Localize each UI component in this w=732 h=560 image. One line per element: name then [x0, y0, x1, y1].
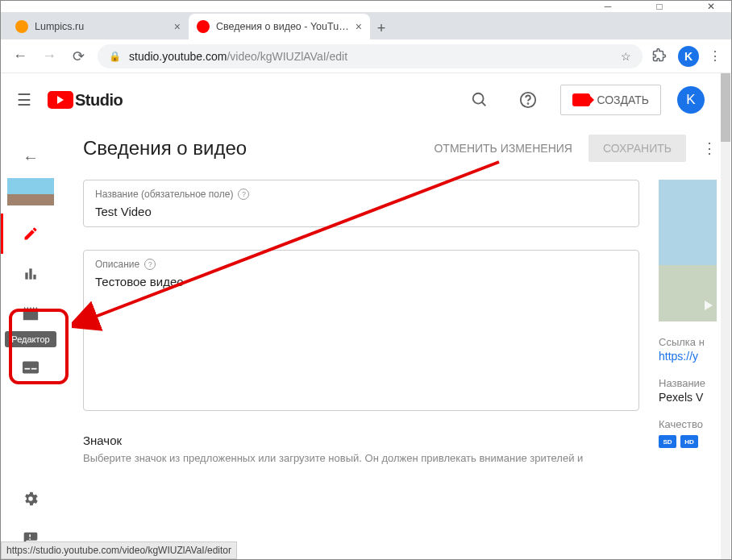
- save-button[interactable]: СОХРАНИТЬ: [589, 135, 686, 162]
- favicon-icon: [197, 20, 210, 33]
- help-icon[interactable]: ?: [144, 259, 156, 270]
- back-button[interactable]: ←: [10, 48, 30, 64]
- svg-point-3: [528, 103, 529, 104]
- svg-rect-6: [33, 275, 35, 280]
- video-preview[interactable]: [659, 180, 717, 321]
- video-thumbnail[interactable]: [7, 178, 54, 205]
- youtube-icon: [48, 91, 73, 109]
- address-bar[interactable]: 🔒 studio.youtube.com/video/kgWIUZlAVaI/e…: [98, 44, 643, 68]
- close-icon[interactable]: ×: [356, 20, 362, 33]
- sidebar: ← Редактор: [1, 127, 60, 559]
- tab-title: Сведения о видео - YouTube St: [216, 21, 349, 32]
- page-title: Сведения о видео: [83, 137, 247, 160]
- svg-point-0: [473, 93, 484, 104]
- more-options-button[interactable]: ⋮: [702, 139, 717, 157]
- title-field-label: Название (обязательное поле) ?: [95, 189, 627, 200]
- cancel-changes-button[interactable]: ОТМЕНИТЬ ИЗМЕНЕНИЯ: [434, 142, 572, 155]
- search-icon[interactable]: [464, 84, 496, 116]
- scrollbar[interactable]: [721, 73, 730, 559]
- new-tab-button[interactable]: +: [370, 17, 393, 39]
- scrollbar-thumb[interactable]: [721, 73, 730, 142]
- favicon-icon: [15, 20, 28, 33]
- svg-line-1: [482, 102, 486, 106]
- title-field[interactable]: Название (обязательное поле) ? Test Vide…: [83, 180, 639, 227]
- svg-rect-8: [25, 368, 31, 370]
- title-row: Сведения о видео ОТМЕНИТЬ ИЗМЕНЕНИЯ СОХР…: [83, 135, 717, 162]
- menu-icon[interactable]: ☰: [17, 90, 31, 110]
- browser-tab-2[interactable]: Сведения о видео - YouTube St ×: [189, 14, 370, 39]
- extensions-icon[interactable]: [652, 48, 668, 65]
- studio-header: ☰ Studio СОЗДАТЬ K: [1, 73, 721, 127]
- sidebar-item-comments[interactable]: [1, 347, 60, 388]
- menu-button[interactable]: ⋮: [709, 48, 722, 64]
- studio-logo[interactable]: Studio: [48, 91, 123, 110]
- filename-label: Название: [659, 377, 717, 389]
- sidebar-item-editor[interactable]: [1, 294, 60, 334]
- lock-icon: 🔒: [109, 51, 121, 62]
- sidebar-item-settings[interactable]: [1, 479, 60, 519]
- tab-title: Lumpics.ru: [35, 21, 168, 32]
- form-left: Название (обязательное поле) ? Test Vide…: [83, 180, 639, 464]
- quality-label: Качество: [659, 418, 717, 430]
- filename-value: Pexels V: [659, 391, 717, 404]
- body: ← Редактор Сведения о видео ОТМЕНИТЬ ИЗМ…: [1, 127, 731, 559]
- quality-badge: SD: [659, 435, 676, 448]
- status-bar: https://studio.youtube.com/video/kgWIUZl…: [1, 541, 237, 559]
- logo-text: Studio: [75, 91, 123, 110]
- tab-strip: Lumpics.ru × Сведения о видео - YouTube …: [1, 12, 731, 39]
- title-field-value: Test Video: [95, 205, 627, 218]
- description-field-label: Описание ?: [95, 259, 627, 270]
- description-field[interactable]: Описание ? Тестовое видео: [83, 250, 639, 411]
- create-label: СОЗДАТЬ: [597, 93, 649, 106]
- video-link[interactable]: https://y: [659, 350, 717, 363]
- svg-rect-7: [23, 362, 39, 374]
- sidebar-item-analytics[interactable]: [1, 254, 60, 294]
- thumbnail-section: Значок Выберите значок из предложенных и…: [83, 433, 639, 464]
- reload-button[interactable]: ⟳: [69, 48, 88, 65]
- form-right: Ссылка н https://y Название Pexels V Кач…: [659, 180, 717, 464]
- thumbnail-description: Выберите значок из предложенных или загр…: [83, 452, 639, 464]
- quality-badge: HD: [680, 435, 698, 448]
- forward-button[interactable]: →: [40, 48, 59, 64]
- description-field-value: Тестовое видео: [95, 275, 627, 288]
- close-icon[interactable]: ×: [174, 20, 181, 33]
- bookmark-icon[interactable]: ☆: [621, 50, 631, 63]
- svg-rect-4: [25, 272, 27, 279]
- help-icon[interactable]: [512, 84, 544, 116]
- profile-button[interactable]: K: [678, 46, 699, 67]
- form-area: Название (обязательное поле) ? Test Vide…: [83, 180, 717, 464]
- sidebar-back-button[interactable]: ←: [23, 141, 39, 173]
- create-button[interactable]: СОЗДАТЬ: [560, 85, 661, 115]
- sidebar-item-details[interactable]: [1, 214, 60, 254]
- main-content: Сведения о видео ОТМЕНИТЬ ИЗМЕНЕНИЯ СОХР…: [60, 127, 731, 559]
- svg-rect-5: [29, 268, 31, 279]
- svg-rect-9: [31, 368, 37, 370]
- window-controls: ─ □ ✕: [1, 1, 731, 12]
- thumbnail-title: Значок: [83, 433, 639, 447]
- link-label: Ссылка н: [659, 336, 717, 348]
- video-icon: [572, 93, 590, 106]
- toolbar: ← → ⟳ 🔒 studio.youtube.com/video/kgWIUZl…: [1, 39, 731, 73]
- quality-badges: SD HD: [659, 435, 717, 448]
- help-icon[interactable]: ?: [238, 189, 249, 200]
- browser-tab-1[interactable]: Lumpics.ru ×: [7, 14, 189, 39]
- avatar[interactable]: K: [677, 86, 705, 114]
- url-host: studio.youtube.com/video/kgWIUZlAVaI/edi…: [129, 50, 347, 63]
